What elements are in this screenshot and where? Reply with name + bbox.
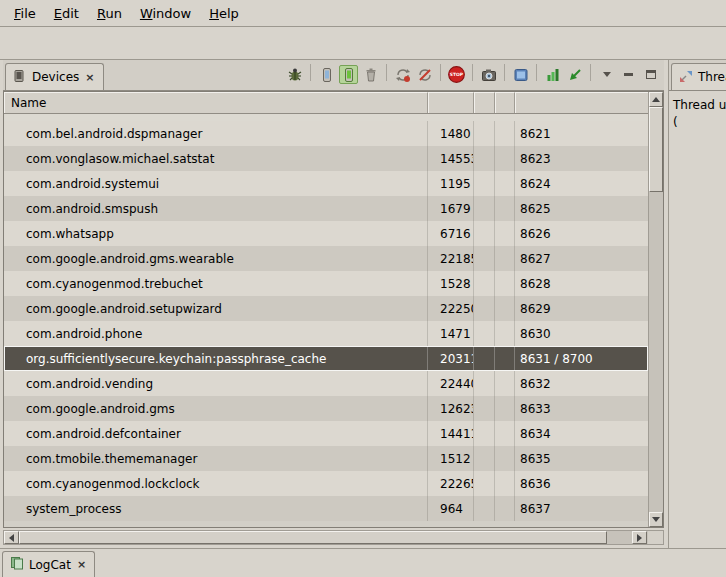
toolbar-separator [440, 64, 441, 81]
row-port: 8623 [515, 146, 648, 171]
menubar: File Edit Run Window Help [0, 0, 726, 27]
row-blank-cell [495, 421, 515, 446]
row-process-name: com.tmobile.thememanager [4, 446, 428, 471]
screen-capture-icon[interactable] [479, 65, 498, 84]
toolbar-separator [472, 64, 473, 81]
row-blank-cell [495, 171, 515, 196]
scroll-right-icon[interactable] [632, 531, 647, 544]
table-row[interactable]: com.google.android.gms.wearable 22185 86… [4, 246, 648, 271]
device-icon [13, 69, 27, 86]
row-process-name: com.cyanogenmod.lockclock [4, 471, 428, 496]
row-blank-cell [474, 171, 495, 196]
row-process-name: com.whatsapp [4, 221, 428, 246]
dump-hprof-icon[interactable] [317, 65, 336, 84]
table-row[interactable]: com.google.android.gms 12623 8633 [4, 396, 648, 421]
menu-window[interactable]: Window [132, 3, 199, 24]
row-blank-cell [495, 121, 515, 146]
maximize-icon[interactable] [641, 65, 660, 84]
threads-message-line1: Thread up [673, 97, 722, 114]
column-header-blank1 [474, 92, 495, 113]
horizontal-scroll-thumb[interactable] [19, 531, 607, 544]
table-row[interactable]: com.android.phone 1471 8630 [4, 321, 648, 346]
menu-edit[interactable]: Edit [46, 3, 87, 24]
row-process-name: system_process [4, 496, 428, 521]
devices-toolbar: STOP [285, 64, 664, 90]
row-blank-cell [495, 146, 515, 171]
debug-process-icon[interactable] [285, 65, 304, 84]
vertical-scrollbar[interactable] [648, 92, 663, 527]
scroll-down-icon[interactable] [649, 512, 663, 527]
close-icon[interactable]: × [84, 71, 95, 84]
menu-file[interactable]: File [6, 3, 44, 24]
row-blank-cell [474, 396, 495, 421]
row-port: 8625 [515, 196, 648, 221]
close-icon[interactable]: × [76, 558, 87, 571]
table-row[interactable]: com.tmobile.thememanager 1512 8635 [4, 446, 648, 471]
tab-threads[interactable]: Threads [671, 63, 726, 90]
row-process-name: com.android.vending [4, 371, 428, 396]
row-process-name: com.google.android.gms [4, 396, 428, 421]
vertical-scroll-thumb[interactable] [649, 107, 663, 192]
start-profiling-icon[interactable] [565, 65, 584, 84]
table-row[interactable]: system_process 964 8637 [4, 496, 648, 521]
toolbar-separator [504, 64, 505, 81]
logcat-icon [10, 556, 24, 573]
row-blank-cell [495, 271, 515, 296]
toolbar-separator [310, 64, 311, 81]
row-pid: 14411 [428, 421, 474, 446]
scroll-up-icon[interactable] [649, 92, 663, 107]
row-blank-cell [495, 471, 515, 496]
row-process-name: com.android.defcontainer [4, 421, 428, 446]
table-row[interactable]: com.android.smspush 1679 8625 [4, 196, 648, 221]
update-heap-icon[interactable] [339, 65, 358, 84]
stop-threads-icon[interactable] [415, 65, 434, 84]
column-header-port [515, 92, 663, 113]
row-port: 8633 [515, 396, 648, 421]
row-blank-cell [474, 346, 495, 371]
threads-tabbar: Threads [669, 60, 726, 91]
row-blank-cell [495, 246, 515, 271]
row-pid: 20311 [428, 346, 474, 371]
row-blank-cell [474, 496, 495, 521]
row-process-name: com.google.android.gms.wearable [4, 246, 428, 271]
table-row[interactable]: com.cyanogenmod.lockclock 22265 8636 [4, 471, 648, 496]
row-port: 8631 / 8700 [515, 346, 648, 371]
table-row[interactable]: com.android.systemui 1195 8624 [4, 171, 648, 196]
capture-view-icon[interactable] [511, 65, 530, 84]
row-port: 8626 [515, 221, 648, 246]
device-table-header: Name [4, 92, 663, 114]
table-row[interactable]: org.sufficientlysecure.keychain:passphra… [4, 346, 648, 371]
table-row[interactable]: com.android.defcontainer 14411 8634 [4, 421, 648, 446]
tab-logcat[interactable]: LogCat × [2, 551, 95, 577]
table-row[interactable]: com.whatsapp 6716 8626 [4, 221, 648, 246]
row-blank-cell [474, 221, 495, 246]
column-header-pid [428, 92, 474, 113]
row-port: 8635 [515, 446, 648, 471]
ddms-window: File Edit Run Window Help Devices × [0, 0, 726, 577]
horizontal-scrollbar[interactable] [3, 530, 664, 545]
menu-run[interactable]: Run [89, 3, 130, 24]
table-row[interactable]: com.bel.android.dspmanager 1480 8621 [4, 121, 648, 146]
row-process-name: com.vonglasow.michael.satstat [4, 146, 428, 171]
cause-gc-icon[interactable] [361, 65, 380, 84]
horizontal-scroll-track[interactable] [607, 531, 632, 544]
row-process-name: org.sufficientlysecure.keychain:passphra… [4, 346, 428, 371]
view-menu-icon[interactable] [597, 65, 616, 84]
stop-process-icon[interactable]: STOP [447, 65, 466, 84]
update-threads-icon[interactable] [393, 65, 412, 84]
row-pid: 1528 [428, 271, 474, 296]
row-port: 8637 [515, 496, 648, 521]
menu-help[interactable]: Help [201, 3, 247, 24]
row-port: 8632 [515, 371, 648, 396]
logcat-bar: LogCat × [0, 548, 726, 577]
threads-message: Thread up ( [669, 91, 726, 137]
method-profiling-icon[interactable] [543, 65, 562, 84]
table-row[interactable]: com.vonglasow.michael.satstat 14553 8623 [4, 146, 648, 171]
minimize-icon[interactable] [619, 65, 638, 84]
tab-devices[interactable]: Devices × [5, 63, 104, 90]
table-row[interactable]: com.android.vending 22440 8632 [4, 371, 648, 396]
scroll-left-icon[interactable] [4, 531, 19, 544]
row-pid: 22440 [428, 371, 474, 396]
table-row[interactable]: com.google.android.setupwizard 22250 862… [4, 296, 648, 321]
table-row[interactable]: com.cyanogenmod.trebuchet 1528 8628 [4, 271, 648, 296]
